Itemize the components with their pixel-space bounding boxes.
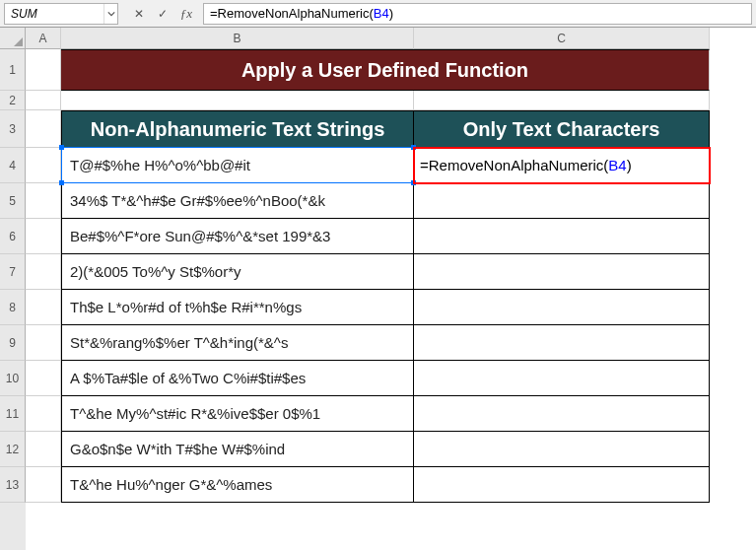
table-row: Non-Alphanumeric Text Strings Only Text … xyxy=(26,110,756,148)
col-header-a[interactable]: A xyxy=(26,28,61,49)
row-header[interactable]: 1 xyxy=(0,49,26,91)
table-row: A $%Ta#$le of &%Two C%i#$ti#$es xyxy=(26,361,756,396)
row-header[interactable]: 4 xyxy=(0,148,26,183)
name-box-wrap xyxy=(4,3,118,25)
header-c[interactable]: Only Text Characters xyxy=(414,110,710,148)
col-header-c[interactable]: C xyxy=(414,28,710,49)
name-box[interactable] xyxy=(5,5,103,23)
row-header[interactable]: 10 xyxy=(0,361,26,396)
cell[interactable] xyxy=(26,148,61,183)
cell[interactable] xyxy=(26,467,61,503)
cell[interactable] xyxy=(26,432,61,467)
cell[interactable] xyxy=(26,110,61,148)
table-row: G&o$n$e W*ith T#$he W#$%ind xyxy=(26,432,756,467)
row-header[interactable]: 9 xyxy=(0,325,26,361)
cancel-icon[interactable]: ✕ xyxy=(130,5,148,23)
cell[interactable]: Be#$%^F*ore Sun@#$%^&*set 199*&3 xyxy=(61,219,414,254)
formula-prefix: =RemoveNonAlphaNumeric( xyxy=(210,6,374,21)
cell[interactable] xyxy=(414,183,710,219)
cell[interactable] xyxy=(26,396,61,432)
cell[interactable] xyxy=(414,467,710,503)
cell[interactable] xyxy=(26,325,61,361)
formula-bar: ✕ ✓ ƒx =RemoveNonAlphaNumeric(B4) xyxy=(0,0,756,28)
cell[interactable]: T&^he Hu%^nger G*&^%ames xyxy=(61,467,414,503)
cell-b4[interactable]: T@#$%he H%^o%^bb@#it xyxy=(61,148,414,183)
formula-suffix: ) xyxy=(627,157,632,173)
title-banner[interactable]: Apply a User Defined Function xyxy=(61,49,710,91)
col-header-b[interactable]: B xyxy=(61,28,414,49)
cell[interactable] xyxy=(414,219,710,254)
cell[interactable] xyxy=(26,183,61,219)
formula-bar-icons: ✕ ✓ ƒx xyxy=(122,5,203,23)
row-header[interactable]: 13 xyxy=(0,467,26,503)
cell[interactable] xyxy=(414,325,710,361)
cell-text: T@#$%he H%^o%^bb@#it xyxy=(70,157,250,173)
chevron-down-icon xyxy=(107,10,115,18)
cells-area: Apply a User Defined Function Non-Alphan… xyxy=(26,49,756,503)
table-row: Be#$%^F*ore Sun@#$%^&*set 199*&3 xyxy=(26,219,756,254)
cell[interactable] xyxy=(414,91,710,110)
name-box-dropdown[interactable] xyxy=(103,4,117,24)
cell[interactable] xyxy=(414,396,710,432)
row-header[interactable]: 2 xyxy=(0,91,26,110)
spreadsheet-grid: 1 2 3 4 5 6 7 8 9 10 11 12 13 A B C Appl… xyxy=(0,28,756,550)
cell[interactable] xyxy=(414,432,710,467)
row-headers: 1 2 3 4 5 6 7 8 9 10 11 12 13 xyxy=(0,28,26,550)
row-header[interactable]: 11 xyxy=(0,396,26,432)
select-all-corner[interactable] xyxy=(0,28,26,49)
cell[interactable] xyxy=(61,91,414,110)
header-b[interactable]: Non-Alphanumeric Text Strings xyxy=(61,110,414,148)
cell[interactable]: G&o$n$e W*ith T#$he W#$%ind xyxy=(61,432,414,467)
cell[interactable] xyxy=(26,254,61,290)
cell[interactable]: St*&%rang%$%er T^&h*ing(*&^s xyxy=(61,325,414,361)
formula-prefix: =RemoveNonAlphaNumeric( xyxy=(420,157,608,173)
table-row: T&^he Hu%^nger G*&^%ames xyxy=(26,467,756,503)
cell[interactable] xyxy=(414,361,710,396)
table-row: St*&%rang%$%er T^&h*ing(*&^s xyxy=(26,325,756,361)
table-row: 2)(*&005 To%^y St$%or*y xyxy=(26,254,756,290)
table-row: T@#$%he H%^o%^bb@#it =RemoveNonAlphaNume… xyxy=(26,148,756,183)
confirm-icon[interactable]: ✓ xyxy=(154,5,172,23)
table-row: 34%$ T*&^h#$e Gr#$%ee%^nBoo(*&k xyxy=(26,183,756,219)
table-row: Th$e L*o%r#d of t%h$e R#i**n%gs xyxy=(26,290,756,325)
cell[interactable] xyxy=(26,361,61,396)
fx-icon[interactable]: ƒx xyxy=(177,5,195,23)
cell[interactable] xyxy=(414,254,710,290)
row-header[interactable]: 12 xyxy=(0,432,26,467)
row-header[interactable]: 7 xyxy=(0,254,26,290)
table-row: T^&he My%^st#ic R*&%ive$$er 0$%1 xyxy=(26,396,756,432)
cell[interactable]: 2)(*&005 To%^y St$%or*y xyxy=(61,254,414,290)
cell[interactable]: T^&he My%^st#ic R*&%ive$$er 0$%1 xyxy=(61,396,414,432)
cell[interactable]: Th$e L*o%r#d of t%h$e R#i**n%gs xyxy=(61,290,414,325)
row-header[interactable]: 3 xyxy=(0,110,26,148)
formula-ref: B4 xyxy=(608,157,626,173)
cell[interactable]: 34%$ T*&^h#$e Gr#$%ee%^nBoo(*&k xyxy=(61,183,414,219)
formula-suffix: ) xyxy=(389,6,393,21)
column-headers: A B C xyxy=(26,28,756,49)
cell-c4-active[interactable]: =RemoveNonAlphaNumeric(B4) xyxy=(414,148,710,183)
cell[interactable] xyxy=(26,290,61,325)
row-header[interactable]: 6 xyxy=(0,219,26,254)
table-row: Apply a User Defined Function xyxy=(26,49,756,91)
cell[interactable] xyxy=(26,91,61,110)
cell[interactable] xyxy=(26,219,61,254)
cell[interactable] xyxy=(414,290,710,325)
formula-ref: B4 xyxy=(374,6,389,21)
cell[interactable] xyxy=(26,49,61,91)
row-header[interactable]: 8 xyxy=(0,290,26,325)
table-row xyxy=(26,91,756,110)
cell[interactable]: A $%Ta#$le of &%Two C%i#$ti#$es xyxy=(61,361,414,396)
formula-input[interactable]: =RemoveNonAlphaNumeric(B4) xyxy=(203,3,752,25)
row-header[interactable]: 5 xyxy=(0,183,26,219)
columns-area: A B C Apply a User Defined Function Non-… xyxy=(26,28,756,550)
